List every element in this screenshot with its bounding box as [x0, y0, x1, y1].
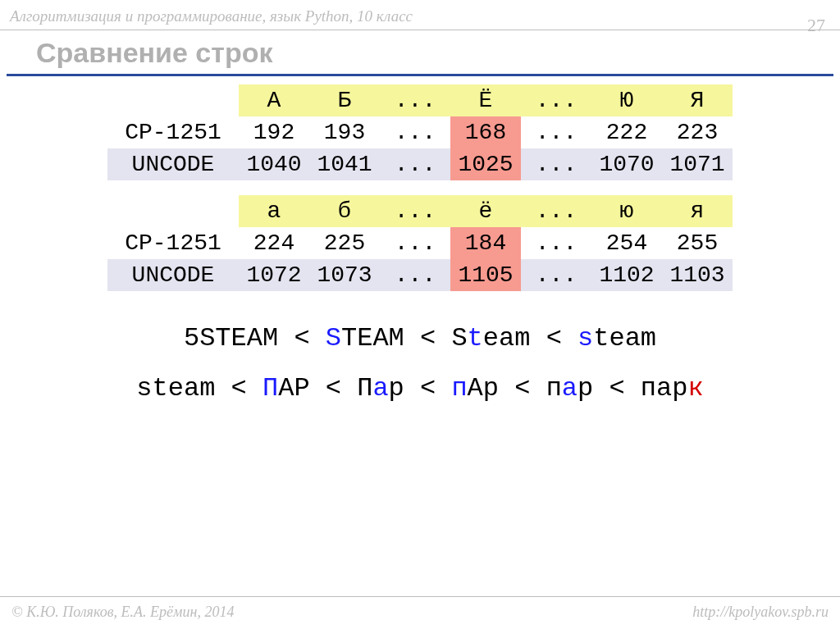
cell: 225 — [309, 227, 380, 259]
code-table-2: аб...ё...юяCP-1251224225...184...254255U… — [107, 195, 733, 291]
cell: 1073 — [309, 259, 380, 291]
column-header: а — [239, 195, 309, 227]
column-header: Я — [662, 84, 733, 116]
cell: 1072 — [239, 259, 309, 291]
example-fragment: s — [578, 323, 593, 353]
example-fragment: а — [372, 373, 388, 403]
example-fragment: t — [468, 323, 483, 353]
table-corner — [107, 84, 239, 116]
example-fragment: П — [262, 373, 278, 403]
column-header: ю — [591, 195, 662, 227]
copyright-label: © К.Ю. Поляков, Е.А. Ерёмин, 2014 — [11, 604, 234, 621]
column-header: Б — [309, 84, 380, 116]
example-fragment: TEAM < S — [341, 323, 468, 353]
cell: 192 — [239, 116, 309, 148]
comparison-examples: 5STEAM < STEAM < Steam < steam steam < П… — [0, 314, 840, 414]
column-header: Ё — [450, 84, 521, 116]
column-header: ... — [521, 84, 591, 116]
cell: 184 — [450, 227, 521, 259]
cell: ... — [380, 259, 450, 291]
cell: 223 — [662, 116, 733, 148]
example-fragment: п — [451, 373, 467, 403]
example-fragment: р < — [389, 373, 452, 403]
example-fragment: р < пар — [578, 373, 687, 403]
table-corner — [107, 195, 239, 227]
column-header: б — [309, 195, 380, 227]
cell: ... — [380, 148, 450, 180]
row-label: CP-1251 — [107, 227, 239, 259]
header-bar: Алгоритмизация и программирование, язык … — [0, 0, 840, 30]
cell: 1105 — [450, 259, 521, 291]
footer-url: http://kpolyakov.spb.ru — [692, 604, 829, 621]
example-fragment: eam < — [483, 323, 578, 353]
cell: ... — [380, 116, 450, 148]
tables-container: АБ...Ё...ЮЯCP-1251192193...168...222223U… — [0, 84, 840, 291]
cell: 222 — [591, 116, 662, 148]
column-header: А — [239, 84, 309, 116]
column-header: ... — [380, 195, 450, 227]
cell: 224 — [239, 227, 309, 259]
cell: 255 — [662, 227, 733, 259]
cell: 1025 — [450, 148, 521, 180]
row-label: UNCODE — [107, 148, 239, 180]
cell: ... — [380, 227, 450, 259]
page-number: 27 — [807, 15, 830, 36]
row-label: CP-1251 — [107, 116, 239, 148]
cell: 168 — [450, 116, 521, 148]
example-fragment: 5STEAM < — [184, 323, 326, 353]
cell: 1070 — [591, 148, 662, 180]
cell: 1040 — [239, 148, 309, 180]
column-header: я — [662, 195, 733, 227]
course-label: Алгоритмизация и программирование, язык … — [10, 7, 413, 25]
row-label: UNCODE — [107, 259, 239, 291]
page-title: Сравнение строк — [7, 30, 833, 76]
cell: 193 — [309, 116, 380, 148]
cell: 1041 — [309, 148, 380, 180]
cell: 254 — [591, 227, 662, 259]
column-header: Ю — [591, 84, 662, 116]
code-table-1: АБ...Ё...ЮЯCP-1251192193...168...222223U… — [107, 84, 733, 180]
cell: 1103 — [662, 259, 733, 291]
column-header: ... — [521, 195, 591, 227]
column-header: ... — [380, 84, 450, 116]
example-fragment: Ар < п — [468, 373, 562, 403]
cell: 1071 — [662, 148, 733, 180]
example-line-2: steam < ПАР < Пар < пАр < пар < парк — [0, 364, 840, 414]
example-fragment: АР < П — [278, 373, 372, 403]
example-fragment: S — [326, 323, 341, 353]
example-fragment: а — [562, 373, 578, 403]
example-line-1: 5STEAM < STEAM < Steam < steam — [0, 314, 840, 364]
cell: 1102 — [591, 259, 662, 291]
example-fragment: к — [687, 373, 703, 403]
example-fragment: steam < — [136, 373, 262, 403]
cell: ... — [521, 148, 591, 180]
cell: ... — [521, 116, 591, 148]
cell: ... — [521, 259, 591, 291]
footer-bar: © К.Ю. Поляков, Е.А. Ерёмин, 2014 http:/… — [0, 596, 840, 629]
example-fragment: team — [593, 323, 656, 353]
column-header: ё — [450, 195, 521, 227]
cell: ... — [521, 227, 591, 259]
